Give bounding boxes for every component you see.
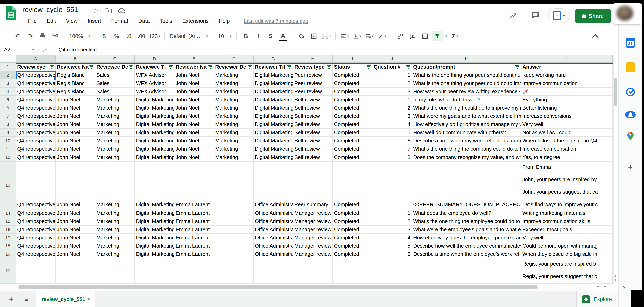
cell-I4[interactable]: Completed [333, 88, 372, 96]
cell-G3[interactable]: Digital Marketing [254, 80, 293, 88]
menu-data[interactable]: Data [138, 18, 150, 24]
cell-I1[interactable]: Status [333, 63, 372, 71]
cell-D16[interactable]: Digital Marketing [135, 225, 174, 234]
sheet-tab-active[interactable]: review_cycle_551 ▾ [36, 291, 96, 307]
cell-E8[interactable]: John Noel [174, 121, 214, 129]
cell-I10[interactable]: Completed [333, 137, 372, 145]
row-header-7[interactable]: 7 [0, 112, 16, 121]
cell-E17[interactable]: Emma Laurent [174, 234, 214, 242]
cell-L6[interactable]: Better listening [521, 104, 613, 112]
cell-H12[interactable]: Self review [293, 153, 333, 161]
filter-icon[interactable] [287, 65, 292, 69]
cell-J20[interactable] [372, 258, 412, 284]
cell-F1[interactable]: Reviewer De [214, 63, 254, 71]
cell-E16[interactable]: Emma Laurent [174, 225, 214, 234]
cell-J6[interactable]: 2 [372, 104, 412, 112]
cell-B3[interactable]: Regis Blanc [56, 80, 95, 88]
column-header-G[interactable]: G [254, 55, 293, 63]
cell-G2[interactable]: Digital Marketing [254, 71, 293, 80]
horizontal-align-icon[interactable]: ▾ [339, 31, 350, 42]
column-header-E[interactable]: E [174, 55, 214, 63]
scroll-left-arrow-icon[interactable]: ◂ [597, 284, 599, 288]
cell-F12[interactable]: Marketing [214, 153, 254, 161]
cell-G5[interactable]: Digital Marketing [254, 96, 293, 104]
cell-G15[interactable]: Office Administra [254, 217, 293, 225]
get-addons-icon[interactable]: + [625, 163, 636, 172]
cell-B11[interactable]: John Noel [56, 145, 95, 153]
cell-B4[interactable]: Regis Blanc [56, 88, 95, 96]
cell-A6[interactable]: Q4 retrospective [16, 104, 56, 112]
filter-icon[interactable] [515, 65, 520, 69]
cell-L8[interactable]: Very well [521, 121, 613, 129]
cell-G20[interactable] [254, 258, 293, 284]
cell-A11[interactable]: Q4 retrospective [16, 145, 56, 153]
cell-G9[interactable]: Digital Marketing [254, 129, 293, 137]
row-header-10[interactable]: 10 [0, 137, 16, 145]
cell-A14[interactable]: Q4 retrospective [16, 209, 56, 217]
cell-C14[interactable]: Marketing [95, 209, 135, 217]
cell-C13[interactable]: Marketing [95, 161, 135, 209]
cell-I20[interactable] [333, 258, 372, 284]
cell-K14[interactable]: What does the employee do well? [412, 209, 521, 217]
menu-view[interactable]: View [66, 18, 78, 24]
cell-H7[interactable]: Self review [293, 112, 333, 121]
cell-H16[interactable]: Manager review [293, 225, 333, 234]
cell-F2[interactable]: Marketing [214, 71, 254, 80]
cell-L19[interactable]: When they closed the big sale in [521, 250, 613, 258]
cell-E12[interactable]: John Noel [174, 153, 214, 161]
cell-C7[interactable]: Marketing [95, 112, 135, 121]
filter-icon[interactable] [129, 65, 133, 69]
cell-I13[interactable]: Completed [333, 161, 372, 209]
cell-K8[interactable]: How effectively do I prioritize and mana… [412, 121, 521, 129]
row-header-18[interactable]: 18 [0, 242, 16, 250]
cell-E1[interactable]: Reviewer Na [174, 63, 214, 71]
document-title[interactable]: review_cycle_551 [22, 6, 78, 14]
row-header-17[interactable]: 17 [0, 234, 16, 242]
cell-A1[interactable]: Review cycl [16, 63, 56, 71]
comment-history-icon[interactable] [531, 11, 540, 20]
row-header-1[interactable]: 1 [0, 63, 16, 71]
cell-B15[interactable]: John Noel [56, 217, 95, 225]
cell-K5[interactable]: In my role, what do I do well? [412, 96, 521, 104]
cell-A8[interactable]: Q4 retrospective [16, 121, 56, 129]
scroll-right-arrow-icon[interactable]: ▸ [604, 284, 606, 288]
format-currency-button[interactable]: $ [98, 31, 110, 42]
cell-D7[interactable]: Digital Marketing [135, 112, 174, 121]
cell-H1[interactable]: Review type [293, 63, 333, 71]
cell-H11[interactable]: Self review [293, 145, 333, 153]
cell-C19[interactable]: Marketing [95, 250, 135, 258]
cell-B12[interactable]: John Noel [56, 153, 95, 161]
cell-J18[interactable]: 5 [372, 242, 412, 250]
cell-L10[interactable]: When I closed the big sale in Q4 [521, 137, 613, 145]
cell-F16[interactable] [214, 225, 254, 234]
paint-format-icon[interactable] [49, 31, 61, 42]
redo-icon[interactable]: ↷ [24, 31, 36, 42]
cell-D14[interactable]: Digital Marketing [135, 209, 174, 217]
cell-L11[interactable]: Increase compensation [521, 145, 613, 153]
filter-icon[interactable] [248, 65, 252, 69]
cell-E4[interactable]: John Noel [174, 88, 214, 96]
row-header-12[interactable]: 12 [0, 153, 16, 161]
cell-G13[interactable]: Office Administra [254, 161, 293, 209]
sheet-tab-caret-icon[interactable]: ▾ [88, 297, 90, 301]
cell-J3[interactable]: 2 [372, 80, 412, 88]
cell-I11[interactable]: Completed [333, 145, 372, 153]
cell-C16[interactable]: Marketing [95, 225, 135, 234]
insights-icon[interactable] [509, 11, 518, 20]
cell-B6[interactable]: John Noel [56, 104, 95, 112]
cell-E19[interactable]: Emma Laurent [174, 250, 214, 258]
cell-F8[interactable]: Marketing [214, 121, 254, 129]
cell-E15[interactable]: Emma Laurent [174, 217, 214, 225]
cell-D11[interactable]: Digital Marketing [135, 145, 174, 153]
cell-I3[interactable]: Completed [333, 80, 372, 88]
cell-B19[interactable]: John Noel [56, 250, 95, 258]
cell-B13[interactable]: John Noel [56, 161, 95, 209]
cell-F4[interactable]: Marketing [214, 88, 254, 96]
format-percent-button[interactable]: % [111, 31, 122, 42]
cell-I6[interactable]: Completed [333, 104, 372, 112]
cell-H10[interactable]: Self review [293, 137, 333, 145]
insert-chart-icon[interactable] [419, 31, 431, 42]
cell-G16[interactable]: Office Administra [254, 225, 293, 234]
cell-L17[interactable]: Very well [521, 234, 613, 242]
column-header-A[interactable]: A [16, 55, 56, 63]
